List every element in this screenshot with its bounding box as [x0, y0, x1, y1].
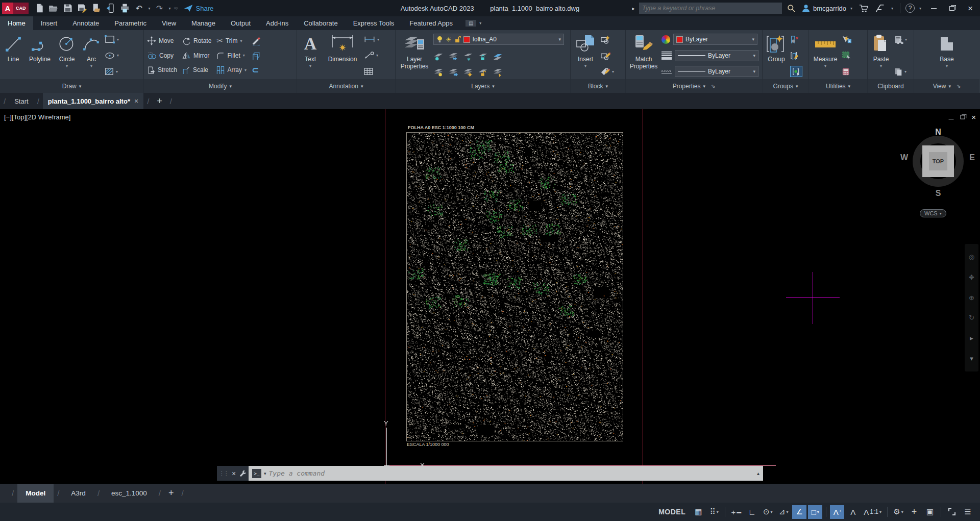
save-as-button[interactable] [76, 2, 89, 15]
autodesk-apps-icon[interactable] [873, 2, 887, 15]
ortho-mode-toggle[interactable]: ∟ [745, 505, 759, 519]
linetype-combo[interactable]: ByLayer ▾ [675, 66, 758, 77]
layer-freeze-sun-icon[interactable]: ☀ [446, 36, 452, 43]
layer-unlock-tool-icon[interactable] [478, 68, 488, 77]
new-file-button[interactable] [33, 2, 46, 15]
layer-thaw-icon[interactable] [463, 68, 473, 77]
minimize-button[interactable] [926, 2, 941, 15]
line-button[interactable]: Line [2, 32, 24, 79]
tab-home[interactable]: Home [0, 16, 33, 30]
account-menu[interactable]: bmcgarrido ▾ [801, 4, 854, 13]
quick-calculator-button[interactable] [842, 66, 852, 77]
create-block-button[interactable] [600, 34, 614, 45]
save-button[interactable] [61, 2, 75, 15]
viewport-restore-icon[interactable] [960, 112, 965, 121]
search-icon[interactable] [785, 2, 798, 15]
layer-match-icon[interactable] [448, 68, 458, 77]
object-snap-tracking-toggle[interactable]: ∠ [792, 505, 806, 519]
layer-color-swatch[interactable] [463, 36, 470, 43]
rectangle-tool-button[interactable]: ▾ [104, 34, 119, 45]
layout-tab-esc[interactable]: esc_1.1000 [103, 484, 155, 503]
panel-title-clipboard[interactable]: Clipboard [868, 79, 914, 93]
tab-insert[interactable]: Insert [33, 16, 65, 30]
panel-title-view[interactable]: View▾ ⇘ [914, 79, 979, 93]
mirror-button[interactable]: Mirror [182, 49, 211, 62]
tab-output[interactable]: Output [223, 16, 258, 30]
search-box[interactable] [639, 3, 782, 14]
copy-button[interactable]: Copy [147, 49, 177, 62]
model-space-toggle[interactable]: MODEL [654, 505, 690, 519]
tab-manage[interactable]: Manage [184, 16, 223, 30]
view-dialog-launcher[interactable]: ⇘ [957, 83, 961, 89]
file-tab-current[interactable]: planta_1.1000_bairro alto* × [43, 93, 143, 109]
layer-select-combo[interactable]: ☀ folha_A0 ▾ [433, 34, 564, 45]
navigation-wheel-icon[interactable]: ◎ [969, 253, 974, 261]
apps-dropdown[interactable]: ▾ [890, 6, 895, 11]
quick-select-button[interactable] [842, 34, 852, 45]
ribbon-display-dropdown[interactable]: ▾ [478, 21, 483, 26]
open-from-web-mobile-button[interactable] [104, 2, 117, 15]
command-input[interactable] [269, 469, 754, 477]
layer-on-bulb-icon[interactable] [436, 36, 443, 43]
paste-button[interactable]: Paste ▾ [870, 32, 892, 79]
layer-unisolate-icon[interactable] [448, 53, 458, 61]
measure-button[interactable]: Measure ▾ [811, 32, 840, 79]
command-close-icon[interactable]: × [232, 469, 236, 478]
circle-button[interactable]: Circle ▾ [55, 32, 79, 79]
drawing-canvas[interactable]: [−][Top][2D Wireframe] × FOLHA A0 ESC 1:… [0, 109, 980, 484]
open-file-button[interactable] [47, 2, 60, 15]
panel-title-utilities[interactable]: Utilities▾ [809, 79, 867, 93]
ellipse-tool-button[interactable]: ▾ [104, 50, 119, 61]
tab-featured-apps[interactable]: Featured Apps [402, 16, 460, 30]
panel-title-modify[interactable]: Modify▾ [144, 79, 297, 93]
object-snap-toggle[interactable]: □▾ [808, 505, 822, 519]
dimension-button[interactable]: Dimension [324, 32, 361, 79]
city-map-drawing[interactable] [406, 132, 623, 441]
navigation-bar[interactable]: ◎ ✥ ⊕ ↻ ▸ ▾ [965, 244, 978, 371]
layout-tab-model[interactable]: Model [17, 484, 54, 503]
zoom-icon[interactable]: ⊕ [969, 294, 974, 302]
panel-title-properties[interactable]: Properties▾ ⇘ [626, 79, 762, 93]
layer-properties-button[interactable]: Layer Properties [398, 32, 431, 79]
layer-make-current-icon[interactable] [493, 53, 503, 61]
annotation-visibility-toggle[interactable]: Λ° [830, 505, 844, 519]
redo-button[interactable]: ↷ [153, 2, 166, 15]
annotation-scale-button[interactable]: Λ 1:1 ▾ [862, 505, 884, 519]
panel-title-block[interactable]: Block▾ [571, 79, 625, 93]
tab-parametric[interactable]: Parametric [107, 16, 154, 30]
app-store-cart-icon[interactable] [857, 2, 870, 15]
share-button[interactable]: Share [184, 4, 214, 12]
dynamic-input-toggle[interactable]: +▬ [729, 505, 743, 519]
command-prompt-icon[interactable]: >_ [252, 469, 261, 478]
undo-button[interactable]: ↶ [133, 2, 146, 15]
search-input[interactable] [642, 5, 779, 12]
new-layout-button[interactable]: + [164, 488, 178, 499]
rotate-button[interactable]: Rotate [182, 35, 211, 47]
viewcube-top-face[interactable]: TOP [922, 145, 954, 177]
properties-dialog-launcher[interactable]: ⇘ [711, 83, 715, 89]
scale-button[interactable]: Scale [182, 64, 211, 76]
viewcube-north[interactable]: N [908, 128, 969, 137]
isolate-objects-button[interactable]: ▣ [923, 505, 937, 519]
edit-attributes-button[interactable]: ▾ [600, 66, 614, 77]
customization-menu-button[interactable]: ☰ [961, 505, 975, 519]
autocad-logo[interactable]: A CAD [2, 3, 29, 14]
lineweight-combo[interactable]: ByLayer ▾ [675, 50, 758, 61]
file-tab-close-icon[interactable]: × [134, 97, 138, 105]
polyline-button[interactable]: Polyline [27, 32, 53, 79]
new-drawing-tab-button[interactable]: + [153, 96, 166, 107]
navbar-menu-icon[interactable]: ▾ [970, 355, 973, 362]
object-color-combo[interactable]: ByLayer ▾ [673, 34, 757, 45]
insert-block-button[interactable]: Insert ▾ [573, 32, 598, 79]
ribbon-display-icon[interactable]: ▤ [465, 20, 476, 27]
select-objects-button[interactable] [842, 50, 852, 61]
close-button[interactable]: × [963, 2, 978, 15]
search-expand-icon[interactable]: ▸ [631, 6, 636, 11]
panel-title-groups[interactable]: Groups▾ [763, 79, 808, 93]
erase-button[interactable] [252, 35, 261, 47]
edit-block-button[interactable] [600, 50, 614, 61]
layer-off-icon[interactable] [433, 68, 444, 77]
recent-commands-dropdown[interactable]: ▾ [264, 471, 266, 476]
tab-view[interactable]: View [154, 16, 184, 30]
tab-annotate[interactable]: Annotate [65, 16, 107, 30]
